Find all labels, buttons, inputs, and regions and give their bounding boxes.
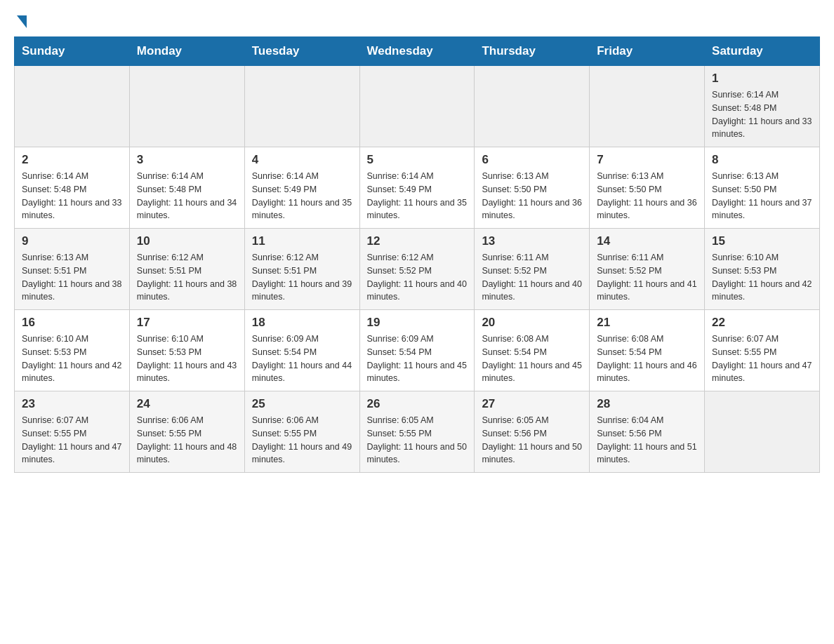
day-info: Sunrise: 6:12 AMSunset: 5:51 PMDaylight:… bbox=[252, 251, 352, 304]
calendar-cell: 3Sunrise: 6:14 AMSunset: 5:48 PMDaylight… bbox=[129, 147, 244, 229]
day-info: Sunrise: 6:11 AMSunset: 5:52 PMDaylight:… bbox=[482, 251, 582, 304]
day-info: Sunrise: 6:05 AMSunset: 5:56 PMDaylight:… bbox=[482, 414, 582, 467]
calendar-cell: 27Sunrise: 6:05 AMSunset: 5:56 PMDayligh… bbox=[475, 391, 590, 473]
day-info: Sunrise: 6:13 AMSunset: 5:50 PMDaylight:… bbox=[712, 170, 812, 222]
calendar-cell: 20Sunrise: 6:08 AMSunset: 5:54 PMDayligh… bbox=[475, 310, 590, 391]
calendar-cell: 7Sunrise: 6:13 AMSunset: 5:50 PMDaylight… bbox=[590, 147, 705, 229]
day-number: 9 bbox=[22, 234, 122, 248]
day-info: Sunrise: 6:13 AMSunset: 5:51 PMDaylight:… bbox=[22, 251, 122, 304]
calendar-cell: 11Sunrise: 6:12 AMSunset: 5:51 PMDayligh… bbox=[244, 229, 359, 310]
logo-general-text bbox=[14, 14, 27, 28]
calendar-cell bbox=[705, 391, 820, 473]
day-number: 12 bbox=[367, 234, 468, 248]
day-info: Sunrise: 6:06 AMSunset: 5:55 PMDaylight:… bbox=[252, 414, 352, 467]
logo bbox=[14, 14, 27, 25]
day-number: 7 bbox=[597, 153, 697, 167]
day-number: 18 bbox=[252, 316, 352, 330]
calendar-cell: 9Sunrise: 6:13 AMSunset: 5:51 PMDaylight… bbox=[15, 229, 130, 310]
day-info: Sunrise: 6:11 AMSunset: 5:52 PMDaylight:… bbox=[597, 251, 697, 304]
calendar-cell: 10Sunrise: 6:12 AMSunset: 5:51 PMDayligh… bbox=[129, 229, 244, 310]
day-number: 8 bbox=[712, 153, 812, 167]
calendar-cell: 6Sunrise: 6:13 AMSunset: 5:50 PMDaylight… bbox=[475, 147, 590, 229]
day-info: Sunrise: 6:14 AMSunset: 5:48 PMDaylight:… bbox=[137, 170, 237, 222]
day-info: Sunrise: 6:14 AMSunset: 5:49 PMDaylight:… bbox=[367, 170, 468, 222]
day-number: 25 bbox=[252, 397, 352, 411]
day-number: 10 bbox=[137, 234, 237, 248]
day-info: Sunrise: 6:09 AMSunset: 5:54 PMDaylight:… bbox=[252, 333, 352, 385]
day-info: Sunrise: 6:08 AMSunset: 5:54 PMDaylight:… bbox=[597, 333, 697, 385]
day-number: 2 bbox=[22, 153, 122, 167]
calendar-cell bbox=[129, 66, 244, 147]
day-number: 13 bbox=[482, 234, 582, 248]
day-number: 21 bbox=[597, 316, 697, 330]
day-info: Sunrise: 6:10 AMSunset: 5:53 PMDaylight:… bbox=[712, 251, 812, 304]
calendar-week-row: 23Sunrise: 6:07 AMSunset: 5:55 PMDayligh… bbox=[15, 391, 820, 473]
day-info: Sunrise: 6:04 AMSunset: 5:56 PMDaylight:… bbox=[597, 414, 697, 467]
calendar-cell: 4Sunrise: 6:14 AMSunset: 5:49 PMDaylight… bbox=[244, 147, 359, 229]
calendar-cell: 21Sunrise: 6:08 AMSunset: 5:54 PMDayligh… bbox=[590, 310, 705, 391]
day-info: Sunrise: 6:05 AMSunset: 5:55 PMDaylight:… bbox=[367, 414, 468, 467]
calendar-week-row: 9Sunrise: 6:13 AMSunset: 5:51 PMDaylight… bbox=[15, 229, 820, 310]
calendar-cell: 5Sunrise: 6:14 AMSunset: 5:49 PMDaylight… bbox=[359, 147, 475, 229]
day-info: Sunrise: 6:07 AMSunset: 5:55 PMDaylight:… bbox=[712, 333, 812, 385]
calendar-cell: 15Sunrise: 6:10 AMSunset: 5:53 PMDayligh… bbox=[705, 229, 820, 310]
day-info: Sunrise: 6:13 AMSunset: 5:50 PMDaylight:… bbox=[597, 170, 697, 222]
calendar-cell: 24Sunrise: 6:06 AMSunset: 5:55 PMDayligh… bbox=[129, 391, 244, 473]
day-number: 20 bbox=[482, 316, 582, 330]
day-info: Sunrise: 6:14 AMSunset: 5:48 PMDaylight:… bbox=[712, 88, 812, 141]
calendar-cell: 13Sunrise: 6:11 AMSunset: 5:52 PMDayligh… bbox=[475, 229, 590, 310]
day-number: 4 bbox=[252, 153, 352, 167]
day-info: Sunrise: 6:06 AMSunset: 5:55 PMDaylight:… bbox=[137, 414, 237, 467]
calendar-cell: 18Sunrise: 6:09 AMSunset: 5:54 PMDayligh… bbox=[244, 310, 359, 391]
column-header-wednesday: Wednesday bbox=[359, 37, 475, 66]
calendar-cell bbox=[15, 66, 130, 147]
day-number: 3 bbox=[137, 153, 237, 167]
calendar-cell: 28Sunrise: 6:04 AMSunset: 5:56 PMDayligh… bbox=[590, 391, 705, 473]
calendar-cell: 17Sunrise: 6:10 AMSunset: 5:53 PMDayligh… bbox=[129, 310, 244, 391]
calendar-cell: 14Sunrise: 6:11 AMSunset: 5:52 PMDayligh… bbox=[590, 229, 705, 310]
calendar-cell bbox=[244, 66, 359, 147]
day-info: Sunrise: 6:14 AMSunset: 5:49 PMDaylight:… bbox=[252, 170, 352, 222]
column-header-tuesday: Tuesday bbox=[244, 37, 359, 66]
day-info: Sunrise: 6:14 AMSunset: 5:48 PMDaylight:… bbox=[22, 170, 122, 222]
day-number: 5 bbox=[367, 153, 468, 167]
calendar-cell: 25Sunrise: 6:06 AMSunset: 5:55 PMDayligh… bbox=[244, 391, 359, 473]
day-info: Sunrise: 6:08 AMSunset: 5:54 PMDaylight:… bbox=[482, 333, 582, 385]
day-number: 14 bbox=[597, 234, 697, 248]
day-info: Sunrise: 6:07 AMSunset: 5:55 PMDaylight:… bbox=[22, 414, 122, 467]
calendar-header-row: SundayMondayTuesdayWednesdayThursdayFrid… bbox=[15, 37, 820, 66]
day-info: Sunrise: 6:10 AMSunset: 5:53 PMDaylight:… bbox=[137, 333, 237, 385]
calendar-week-row: 1Sunrise: 6:14 AMSunset: 5:48 PMDaylight… bbox=[15, 66, 820, 147]
calendar-cell: 22Sunrise: 6:07 AMSunset: 5:55 PMDayligh… bbox=[705, 310, 820, 391]
day-number: 16 bbox=[22, 316, 122, 330]
day-number: 23 bbox=[22, 397, 122, 411]
column-header-monday: Monday bbox=[129, 37, 244, 66]
day-number: 26 bbox=[367, 397, 468, 411]
day-info: Sunrise: 6:13 AMSunset: 5:50 PMDaylight:… bbox=[482, 170, 582, 222]
logo-arrow-icon bbox=[17, 15, 27, 28]
day-number: 27 bbox=[482, 397, 582, 411]
day-number: 11 bbox=[252, 234, 352, 248]
day-info: Sunrise: 6:12 AMSunset: 5:52 PMDaylight:… bbox=[367, 251, 468, 304]
day-info: Sunrise: 6:12 AMSunset: 5:51 PMDaylight:… bbox=[137, 251, 237, 304]
calendar-cell: 1Sunrise: 6:14 AMSunset: 5:48 PMDaylight… bbox=[705, 66, 820, 147]
calendar-cell: 12Sunrise: 6:12 AMSunset: 5:52 PMDayligh… bbox=[359, 229, 475, 310]
page-header bbox=[14, 14, 820, 25]
day-number: 6 bbox=[482, 153, 582, 167]
calendar-cell bbox=[475, 66, 590, 147]
column-header-saturday: Saturday bbox=[705, 37, 820, 66]
column-header-friday: Friday bbox=[590, 37, 705, 66]
day-number: 28 bbox=[597, 397, 697, 411]
calendar-cell bbox=[590, 66, 705, 147]
column-header-thursday: Thursday bbox=[475, 37, 590, 66]
calendar-table: SundayMondayTuesdayWednesdayThursdayFrid… bbox=[14, 36, 820, 473]
day-number: 22 bbox=[712, 316, 812, 330]
day-number: 1 bbox=[712, 72, 812, 86]
day-info: Sunrise: 6:10 AMSunset: 5:53 PMDaylight:… bbox=[22, 333, 122, 385]
day-number: 24 bbox=[137, 397, 237, 411]
calendar-cell bbox=[359, 66, 475, 147]
calendar-cell: 23Sunrise: 6:07 AMSunset: 5:55 PMDayligh… bbox=[15, 391, 130, 473]
calendar-cell: 8Sunrise: 6:13 AMSunset: 5:50 PMDaylight… bbox=[705, 147, 820, 229]
day-number: 17 bbox=[137, 316, 237, 330]
calendar-cell: 19Sunrise: 6:09 AMSunset: 5:54 PMDayligh… bbox=[359, 310, 475, 391]
